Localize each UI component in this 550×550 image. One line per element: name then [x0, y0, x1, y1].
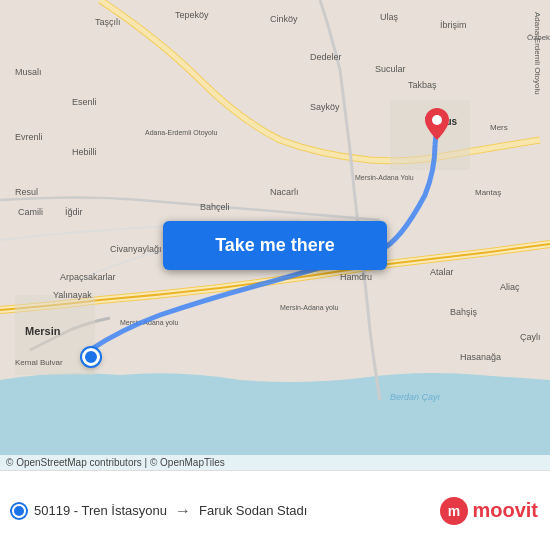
svg-text:Çaylı: Çaylı — [520, 332, 541, 342]
route-arrow: → — [175, 502, 191, 520]
copyright-text: © OpenStreetMap contributors | © OpenMap… — [6, 457, 225, 468]
svg-text:Evrenli: Evrenli — [15, 132, 43, 142]
svg-text:Özbek: Özbek — [527, 33, 550, 42]
svg-point-44 — [432, 115, 442, 125]
svg-text:Aliaç: Aliaç — [500, 282, 520, 292]
svg-text:Mersin: Mersin — [25, 325, 61, 337]
svg-text:Yalınayak: Yalınayak — [53, 290, 92, 300]
svg-text:Mersin-Adana Yolu: Mersin-Adana Yolu — [355, 174, 414, 181]
svg-text:Mersin-Adana yolu: Mersin-Adana yolu — [280, 304, 338, 312]
svg-text:Musalı: Musalı — [15, 67, 42, 77]
origin-dot — [12, 504, 26, 518]
svg-text:Civanyaylağı: Civanyaylağı — [110, 244, 162, 254]
svg-text:Berdan Çayı: Berdan Çayı — [390, 392, 441, 402]
svg-text:m: m — [448, 503, 460, 519]
svg-text:Mers: Mers — [490, 123, 508, 132]
svg-text:Nacarlı: Nacarlı — [270, 187, 299, 197]
moovit-icon: m — [440, 497, 468, 525]
svg-text:Adana-Erdemli Otoyolu: Adana-Erdemli Otoyolu — [145, 129, 217, 137]
footer-bar: 50119 - Tren İstasyonu → Faruk Sodan Sta… — [0, 470, 550, 550]
svg-text:Bahşiş: Bahşiş — [450, 307, 478, 317]
svg-text:Hebilli: Hebilli — [72, 147, 97, 157]
copyright-bar: © OpenStreetMap contributors | © OpenMap… — [0, 455, 550, 470]
moovit-logo-container: m moovit — [440, 497, 538, 525]
svg-text:Takbaş: Takbaş — [408, 80, 437, 90]
svg-text:İbrişim: İbrişim — [440, 20, 467, 30]
svg-text:Dedeler: Dedeler — [310, 52, 342, 62]
moovit-logo: m moovit — [440, 497, 538, 525]
svg-text:Camili: Camili — [18, 207, 43, 217]
svg-text:Arpaçsakarlar: Arpaçsakarlar — [60, 272, 116, 282]
svg-text:Cinköy: Cinköy — [270, 14, 298, 24]
svg-text:Kemal Bulvar: Kemal Bulvar — [15, 358, 63, 367]
take-me-there-button[interactable]: Take me there — [163, 221, 387, 270]
svg-text:Bahçeli: Bahçeli — [200, 202, 230, 212]
svg-text:Hamdru: Hamdru — [340, 272, 372, 282]
svg-text:Taşçılı: Taşçılı — [95, 17, 121, 27]
map-container: Taşçılı Tepeköy Cinköy Ulaş İbrişim Musa… — [0, 0, 550, 470]
svg-text:Esenli: Esenli — [72, 97, 97, 107]
svg-text:Tepeköy: Tepeköy — [175, 10, 209, 20]
svg-text:Adana-Erdemli Otoyolu: Adana-Erdemli Otoyolu — [533, 12, 542, 95]
moovit-brand-text: moovit — [472, 499, 538, 522]
svg-text:Sayköy: Sayköy — [310, 102, 340, 112]
svg-text:Mantaş: Mantaş — [475, 188, 501, 197]
destination-marker — [425, 108, 449, 144]
svg-text:Hasanağa: Hasanağa — [460, 352, 501, 362]
origin-label: 50119 - Tren İstasyonu — [34, 503, 167, 518]
svg-text:İğdir: İğdir — [65, 207, 83, 217]
svg-text:Atalar: Atalar — [430, 267, 454, 277]
origin-marker — [82, 348, 100, 366]
svg-text:Sucular: Sucular — [375, 64, 406, 74]
route-info: 50119 - Tren İstasyonu → Faruk Sodan Sta… — [12, 502, 440, 520]
destination-label: Faruk Sodan Stadı — [199, 503, 307, 518]
svg-text:Ulaş: Ulaş — [380, 12, 399, 22]
svg-text:Resul: Resul — [15, 187, 38, 197]
